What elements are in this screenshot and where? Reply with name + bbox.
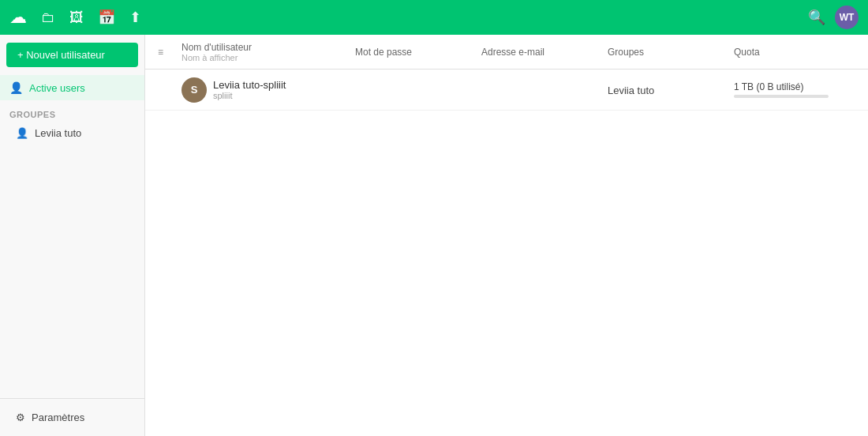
nav-left: ☁ 🗀 🖼 📅 ⬆ [9, 7, 141, 28]
sidebar-top: + Nouvel utilisateur [0, 35, 144, 75]
hamburger-icon[interactable]: ≡ [158, 47, 163, 58]
settings-item[interactable]: ⚙ Paramètres [6, 405, 138, 430]
user-avatar[interactable]: WT [835, 6, 859, 29]
col-hamburger: ≡ [158, 47, 181, 58]
sidebar-item-active-users[interactable]: 👤 Active users [0, 75, 144, 100]
col-header-password: Mot de passe [355, 47, 481, 58]
table-header: ≡ Nom d'utilisateur Nom à afficher Mot d… [145, 35, 868, 70]
upload-icon[interactable]: ⬆ [129, 9, 141, 26]
sidebar-group-leviia-tuto[interactable]: 👤 Leviia tuto [0, 122, 144, 144]
top-navigation: ☁ 🗀 🖼 📅 ⬆ 🔍 WT [0, 0, 868, 35]
group-icon: 👤 [16, 127, 28, 139]
row-quota: 1 TB (0 B utilisé) [734, 81, 868, 98]
content-area: ≡ Nom d'utilisateur Nom à afficher Mot d… [145, 35, 868, 436]
settings-label: Paramètres [32, 412, 84, 423]
quota-container: 1 TB (0 B utilisé) [734, 81, 829, 98]
settings-gear-icon: ⚙ [16, 412, 25, 423]
nav-right: 🔍 WT [808, 6, 859, 29]
folder-icon[interactable]: 🗀 [41, 9, 55, 26]
table-row: S Leviia tuto-spliiit spliiit Leviia tut… [145, 70, 868, 111]
calendar-icon[interactable]: 📅 [98, 9, 115, 26]
active-users-icon: 👤 [9, 81, 23, 94]
user-name-block: Leviia tuto-spliiit spliiit [213, 79, 286, 100]
cloud-logo-icon[interactable]: ☁ [9, 7, 27, 28]
user-row-avatar: S [181, 77, 207, 103]
row-groups: Leviia tuto [608, 84, 734, 96]
col-header-quota: Quota [734, 47, 868, 58]
search-button[interactable]: 🔍 [808, 9, 825, 26]
sidebar-bottom: ⚙ Paramètres [0, 398, 144, 436]
quota-bar [734, 95, 829, 98]
user-display-name: Leviia tuto-spliiit [213, 79, 286, 91]
col-header-username: Nom d'utilisateur Nom à afficher [181, 42, 355, 62]
main-layout: + Nouvel utilisateur 👤 Active users Grou… [0, 35, 868, 436]
col-header-email: Adresse e-mail [481, 47, 608, 58]
user-login: spliiit [213, 91, 286, 100]
new-user-button[interactable]: + Nouvel utilisateur [6, 43, 138, 67]
col-header-groups: Groupes [608, 47, 734, 58]
row-user-info: S Leviia tuto-spliiit spliiit [181, 77, 355, 103]
image-icon[interactable]: 🖼 [69, 9, 84, 26]
quota-text: 1 TB (0 B utilisé) [734, 81, 829, 92]
active-users-label: Active users [29, 82, 85, 94]
sidebar: + Nouvel utilisateur 👤 Active users Grou… [0, 35, 145, 436]
group-label: Leviia tuto [35, 127, 81, 139]
table-body: S Leviia tuto-spliiit spliiit Leviia tut… [145, 70, 868, 436]
groupes-section-title: Groupes [0, 100, 144, 122]
